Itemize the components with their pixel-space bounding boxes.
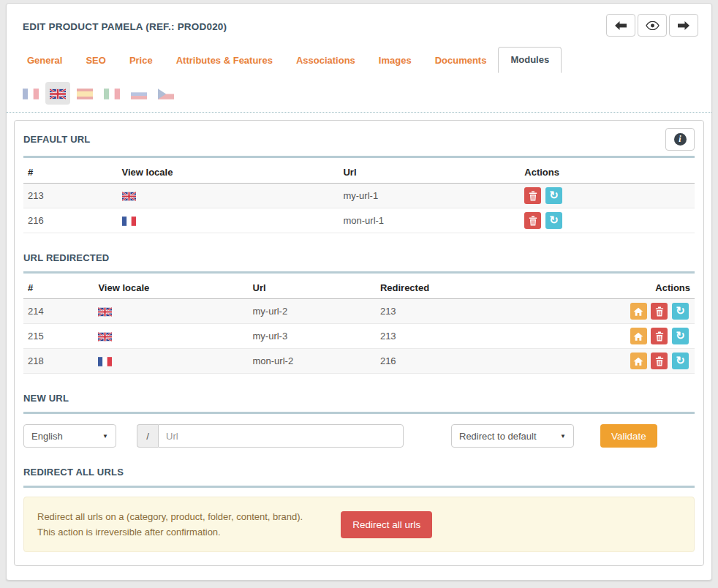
column-header-actions: Actions: [583, 276, 695, 299]
chevron-down-icon: ▼: [560, 433, 566, 440]
redirect-all-notice: Redirect all urls on a (category, produc…: [23, 497, 695, 552]
urls-module-panel: DEFAULT URL i # View locale Url Actions …: [14, 120, 704, 566]
flag-france-icon: [98, 357, 112, 366]
section-title-default-url: DEFAULT URL: [23, 134, 91, 145]
refresh-icon: ↻: [676, 330, 685, 341]
card-header: EDIT PRODUCT PAMELA (REF.: PROD020): [7, 4, 711, 37]
delete-url-button[interactable]: [651, 303, 668, 320]
language-czech[interactable]: [154, 82, 178, 105]
flag-uk-icon: [122, 192, 136, 201]
table-row: 215 my-url-3 213 ↻: [23, 324, 695, 349]
redirect-select-value: Redirect to default: [459, 431, 537, 442]
info-button[interactable]: i: [665, 128, 695, 151]
previous-product-button[interactable]: [606, 14, 635, 37]
tab-seo[interactable]: SEO: [74, 48, 117, 73]
delete-url-button[interactable]: [651, 353, 668, 369]
table-row: 216 mon-url-1 ↻: [23, 208, 695, 233]
tab-images[interactable]: Images: [367, 48, 423, 73]
chevron-down-icon: ▼: [102, 433, 108, 440]
url-input-group: /: [137, 424, 404, 448]
preview-product-button[interactable]: [638, 14, 667, 37]
url-id: 214: [23, 299, 94, 324]
redirect-select[interactable]: Redirect to default ▼: [451, 424, 574, 448]
section-rule: [23, 156, 695, 158]
language-bar: [7, 73, 711, 110]
new-url-form: English ▼ / Redirect to default ▼ Valida…: [23, 424, 695, 448]
dotted-separator: [7, 112, 711, 113]
flag-russia-icon: [131, 88, 147, 99]
next-product-button[interactable]: [669, 14, 698, 37]
main-card: EDIT PRODUCT PAMELA (REF.: PROD020) Gene…: [6, 3, 712, 581]
delete-url-button[interactable]: [524, 212, 541, 229]
regenerate-url-button[interactable]: ↻: [545, 187, 562, 204]
new-url-section-head: NEW URL: [23, 387, 695, 409]
default-url-section-head: DEFAULT URL i: [23, 125, 695, 153]
tab-bar: General SEO Price Attributes & Features …: [7, 37, 711, 73]
refresh-icon: ↻: [676, 355, 685, 366]
redirected-to: 213: [376, 324, 584, 349]
tab-associations[interactable]: Associations: [284, 48, 367, 73]
trash-icon: [655, 356, 664, 366]
section-title-new-url: NEW URL: [23, 393, 69, 404]
table-row: 213 my-url-1 ↻: [23, 184, 695, 208]
tab-attributes-features[interactable]: Attributes & Features: [165, 48, 284, 73]
section-title-redirect-all: REDIRECT ALL URLS: [23, 467, 124, 478]
regenerate-url-button[interactable]: ↻: [545, 212, 562, 229]
redirected-to: 213: [376, 299, 584, 324]
url-value: mon-url-1: [339, 208, 520, 233]
refresh-icon: ↻: [549, 214, 559, 225]
left-arrow-icon: [615, 21, 627, 30]
tab-general[interactable]: General: [15, 48, 74, 73]
set-default-url-button[interactable]: [630, 328, 647, 344]
column-header-id: #: [23, 276, 94, 299]
url-id: 213: [23, 184, 118, 208]
flag-uk-icon: [50, 88, 66, 99]
language-spanish[interactable]: [72, 82, 97, 105]
regenerate-url-button[interactable]: ↻: [672, 353, 689, 369]
notice-line-2: This action is irreversible after confir…: [37, 524, 303, 540]
table-header-row: # View locale Url Actions: [23, 161, 695, 184]
set-default-url-button[interactable]: [630, 353, 647, 369]
flag-spain-icon: [77, 88, 93, 99]
flag-czech-icon: [158, 88, 174, 99]
url-redirected-section-head: URL REDIRECTED: [23, 246, 695, 268]
flag-france-icon: [122, 216, 136, 226]
notice-line-1: Redirect all urls on a (category, produc…: [37, 509, 303, 524]
flag-france-icon: [23, 88, 39, 99]
home-icon: [633, 357, 643, 366]
refresh-icon: ↻: [676, 305, 685, 316]
regenerate-url-button[interactable]: ↻: [672, 303, 689, 320]
trash-icon: [655, 306, 664, 317]
language-russian[interactable]: [126, 82, 151, 105]
column-header-redirected: Redirected: [376, 276, 584, 299]
page-title: EDIT PRODUCT PAMELA (REF.: PROD020): [23, 21, 227, 32]
language-french[interactable]: [18, 82, 43, 105]
delete-url-button[interactable]: [651, 328, 668, 344]
column-header-id: #: [23, 161, 118, 184]
url-id: 218: [23, 349, 94, 374]
trash-icon: [655, 331, 664, 342]
redirect-all-urls-button[interactable]: Redirect all urls: [341, 511, 432, 538]
tab-documents[interactable]: Documents: [423, 48, 499, 73]
language-italian[interactable]: [99, 82, 124, 105]
delete-url-button[interactable]: [524, 187, 541, 204]
column-header-locale: View locale: [118, 161, 339, 184]
eye-icon: [646, 21, 660, 30]
column-header-locale: View locale: [94, 276, 248, 299]
tab-price[interactable]: Price: [118, 48, 165, 73]
url-redirected-table: # View locale Url Redirected Actions 214…: [23, 276, 695, 374]
tab-modules[interactable]: Modules: [498, 47, 562, 73]
url-input[interactable]: [158, 424, 404, 448]
language-english[interactable]: [45, 82, 70, 105]
language-select-value: English: [31, 431, 63, 442]
home-icon: [633, 332, 643, 341]
trash-icon: [529, 216, 537, 226]
validate-button[interactable]: Validate: [600, 424, 657, 448]
language-select[interactable]: English ▼: [23, 424, 116, 448]
column-header-actions: Actions: [520, 161, 695, 184]
info-icon: i: [674, 133, 687, 146]
flag-uk-icon: [98, 332, 112, 342]
regenerate-url-button[interactable]: ↻: [672, 328, 689, 344]
section-rule: [23, 486, 695, 488]
set-default-url-button[interactable]: [630, 303, 647, 320]
